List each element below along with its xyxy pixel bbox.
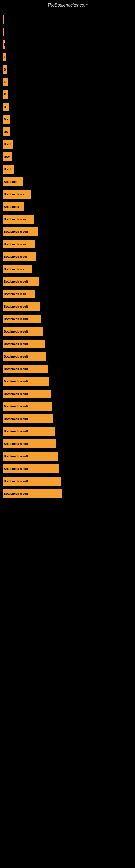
bar-item: Bottleneck result (3, 439, 56, 448)
bar-row: Bottlenec (3, 177, 132, 187)
bar-item: | (3, 15, 4, 24)
bar-label: Bottl (4, 167, 10, 171)
bar-label: Bottleneck result (4, 230, 28, 233)
bars-container: ||EEBEEBBoBoBottlBottBottlBottlenecBottl… (0, 9, 135, 504)
bar-label: Bottleneck result (4, 467, 28, 470)
bar-item: Bottleneck result (3, 302, 40, 311)
bar-item: Bottleneck result (3, 277, 39, 286)
bar-row: Bottl (3, 139, 132, 150)
bar-row: Bottleneck result (3, 351, 132, 362)
bar-row: Bottleneck result (3, 489, 132, 499)
bar-label: | (4, 30, 4, 34)
bar-item: Bottleneck resu (3, 215, 34, 223)
bar-label: Bott (4, 155, 10, 158)
bar-label: Bottleneck result (4, 492, 28, 495)
bar-item: Bott (3, 152, 12, 161)
bar-label: Bottlenec (4, 180, 17, 183)
bar-item: Bottleneck res (3, 265, 32, 273)
bar-row: Bottleneck result (3, 276, 132, 287)
bar-label: Bottleneck resu (4, 292, 26, 296)
bar-row: B (3, 64, 132, 74)
bar-label: Bottleneck result (4, 442, 28, 445)
bar-label: E (4, 80, 6, 84)
bar-row: Bottleneck result (3, 364, 132, 374)
bar-label: Bottleneck result (4, 430, 28, 433)
bar-item: Bottlenec (3, 177, 23, 186)
bar-row: Bottleneck result (3, 451, 132, 461)
bar-label: Bottleneck result (4, 380, 28, 383)
bar-item: Bottleneck res (3, 190, 31, 198)
bar-item: Bottleneck resu (3, 240, 35, 248)
bar-item: B (3, 102, 9, 111)
bar-item: Bottleneck result (3, 489, 62, 498)
bar-row: E (3, 52, 132, 62)
bar-item: Bottleneck result (3, 477, 61, 486)
bar-item: E (3, 53, 6, 61)
bar-item: Bottleneck result (3, 352, 46, 361)
bar-row: Bottleneck result (3, 414, 132, 424)
bar-row: | (3, 14, 132, 25)
bar-item: Bottleneck result (3, 402, 52, 411)
bar-item: Bottleneck result (3, 315, 41, 323)
bar-label: Bo (4, 130, 8, 133)
bar-label: Bottleneck result (4, 405, 28, 408)
bar-item: | (3, 28, 4, 36)
bar-row: Bottleneck resu (3, 289, 132, 299)
bar-label: Bottleneck result (4, 280, 28, 283)
bar-label: Bottleneck result (4, 305, 28, 308)
bar-item: Bottleneck result (3, 227, 38, 236)
bar-item: Bottleneck (3, 203, 24, 211)
bar-item: Bottl (3, 165, 14, 174)
bar-row: Bottleneck result (3, 376, 132, 386)
bar-row: Bottleneck result (3, 314, 132, 324)
bar-row: Bo (3, 114, 132, 124)
bar-label: Bottleneck result (4, 367, 28, 371)
bar-row: Bottleneck result (3, 226, 132, 237)
bar-label: Bottleneck result (4, 479, 28, 483)
bar-item: E (3, 78, 8, 86)
bar-label: Bottleneck result (4, 455, 28, 458)
bar-label: Bottleneck res (4, 268, 24, 271)
bar-label: Bottleneck result (4, 317, 28, 321)
bar-row: Bottleneck result (3, 464, 132, 474)
bar-row: Bo (3, 127, 132, 137)
bar-label: E (4, 93, 6, 96)
bar-row: Bottleneck result (3, 389, 132, 399)
bar-label: Bottleneck result (4, 342, 28, 346)
bar-row: E (3, 77, 132, 87)
bar-item: Bottleneck result (3, 452, 58, 461)
bar-row: Bottleneck result (3, 301, 132, 312)
bar-label: Bo (4, 118, 8, 121)
bar-label: E (4, 43, 5, 46)
bar-item: Bo (3, 127, 10, 136)
bar-row: E (3, 39, 132, 50)
bar-label: Bottleneck result (4, 417, 28, 421)
bar-row: Bottleneck resu (3, 239, 132, 249)
bar-label: B (4, 68, 6, 71)
bar-row: | (3, 27, 132, 37)
bar-label: Bottleneck resu (4, 218, 26, 221)
bar-label: Bottleneck result (4, 392, 28, 396)
bar-row: Bottl (3, 164, 132, 175)
bar-item: Bottleneck result (3, 390, 51, 398)
bar-label: Bottleneck resul (4, 255, 27, 258)
bar-row: Bottleneck result (3, 326, 132, 337)
bar-item: Bottleneck result (3, 464, 59, 473)
bar-row: Bottleneck result (3, 401, 132, 411)
bar-label: E (4, 55, 6, 59)
bar-item: Bottleneck result (3, 340, 45, 348)
bar-item: Bo (3, 115, 10, 124)
bar-item: E (3, 90, 8, 99)
bar-item: Bottleneck result (3, 327, 43, 336)
site-title: TheBottlenecker.com (0, 0, 135, 9)
bar-row: Bottleneck resu (3, 214, 132, 224)
bar-row: E (3, 89, 132, 99)
bar-row: Bott (3, 152, 132, 162)
bar-item: B (3, 65, 7, 74)
bar-row: Bottleneck result (3, 426, 132, 436)
bar-item: Bottleneck resu (3, 290, 35, 299)
bar-item: Bottleneck result (3, 414, 53, 423)
bar-label: Bottleneck result (4, 330, 28, 333)
bar-row: Bottleneck result (3, 476, 132, 486)
bar-row: Bottleneck result (3, 339, 132, 349)
